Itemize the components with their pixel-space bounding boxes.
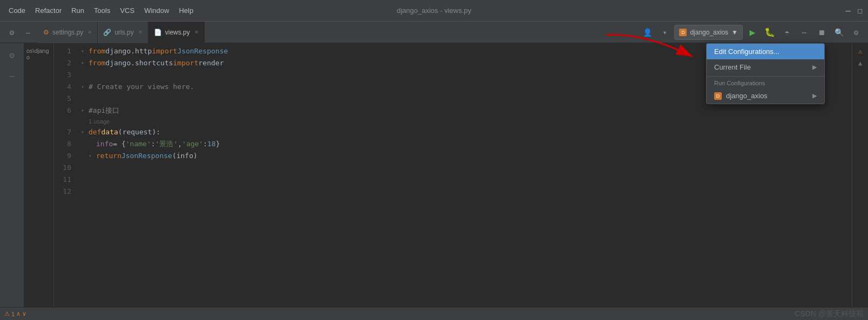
code-line-6: ▾ #api接口 — [81, 105, 852, 117]
line-num-6: 6 — [54, 105, 71, 117]
line-num-10: 10 — [54, 162, 71, 174]
menu-window[interactable]: Window — [140, 4, 173, 17]
line-num-5: 5 — [54, 93, 71, 105]
tab-settings-label: settings.py — [52, 29, 83, 36]
line-num-4: 4 — [54, 81, 71, 93]
tabs-bar: ⚙ settings.py ✕ 🔗 urls.py ✕ 📄 views.py ✕ — [38, 22, 638, 43]
warning-badge: ⚠ 1 ∧ ∨ — [4, 310, 26, 317]
tab-views-label: views.py — [165, 29, 190, 36]
settings-file-icon: ⚙ — [43, 29, 49, 36]
status-right: CSDN @景天科技苑 — [795, 309, 864, 319]
code-line-7: ▾ def data ( request ): — [81, 126, 852, 138]
file-path-label: os\django — [24, 43, 54, 307]
run-button[interactable]: ▶ — [745, 25, 760, 40]
code-line-12 — [81, 186, 852, 198]
current-file-item[interactable]: Current File ▶ — [707, 59, 824, 75]
line-num-12: 12 — [54, 186, 71, 198]
fold-7[interactable]: ▾ — [81, 126, 87, 138]
tab-urls[interactable]: 🔗 urls.py ✕ — [98, 22, 148, 43]
run-config-chevron: ▼ — [731, 29, 738, 36]
window-title: django_axios - views.py — [397, 6, 471, 15]
stop-icon[interactable]: ⏹ — [814, 25, 829, 40]
line-num-7: 7 — [54, 126, 71, 138]
usage-hint: 1 usage — [89, 117, 852, 126]
tab-urls-close[interactable]: ✕ — [138, 29, 143, 35]
toolbar-left: ⚙ — — [4, 25, 36, 40]
run-config-button[interactable]: D django_axios ▼ — [674, 25, 743, 40]
right-sidebar: ⚠ ▲ — [852, 43, 868, 307]
scroll-arrows[interactable]: ∧ ∨ — [16, 310, 26, 317]
run-dropdown-menu: Edit Configurations... Current File ▶ Ru… — [706, 43, 825, 104]
settings-icon[interactable]: ⚙ — [4, 25, 19, 40]
fold-9[interactable]: ▾ — [89, 150, 95, 162]
tab-settings[interactable]: ⚙ settings.py ✕ — [38, 22, 98, 43]
sidebar-gear-icon[interactable]: ⚙ — [2, 45, 22, 65]
tab-views[interactable]: 📄 views.py ✕ — [148, 22, 205, 43]
line-num-2: 2 — [54, 57, 71, 69]
warning-count: 1 — [11, 311, 15, 317]
menu-help[interactable]: Help — [174, 4, 198, 17]
menu-tools[interactable]: Tools — [90, 4, 114, 17]
code-line-8: info = { 'name' : '景浩' , 'age' : 18 } — [81, 138, 852, 150]
more-actions-icon[interactable]: ⋯ — [797, 25, 812, 40]
warning-icon[interactable]: ⚠ — [856, 45, 864, 57]
tab-views-close[interactable]: ✕ — [194, 29, 199, 35]
sidebar-collapse-icon[interactable]: – — [2, 66, 22, 85]
fold-1[interactable]: ▾ — [81, 45, 87, 57]
menu-vcs[interactable]: VCS — [116, 4, 139, 17]
debug-button[interactable]: 🐛 — [762, 25, 777, 40]
line-num-3: 3 — [54, 69, 71, 81]
django-axios-label: django_axios — [726, 92, 768, 100]
code-line-11 — [81, 174, 852, 186]
search-icon[interactable]: 🔍 — [831, 25, 846, 40]
line-num-11: 11 — [54, 174, 71, 186]
scroll-up-icon[interactable]: ▲ — [856, 57, 864, 69]
urls-file-icon: 🔗 — [103, 29, 111, 36]
django-axios-app-icon: D — [714, 92, 722, 100]
settings2-icon[interactable]: ⚙ — [849, 25, 864, 40]
toolbar: ⚙ — ⚙ settings.py ✕ 🔗 urls.py ✕ 📄 views.… — [0, 22, 868, 43]
line-num-9: 9 — [54, 150, 71, 162]
edit-configurations-item[interactable]: Edit Configurations... — [707, 44, 824, 59]
user-dropdown-icon[interactable]: ▾ — [657, 25, 672, 40]
warning-icon-status: ⚠ — [4, 310, 10, 317]
fold-2[interactable]: ▾ — [81, 57, 87, 69]
menu-code[interactable]: Code — [4, 4, 30, 17]
code-line-10 — [81, 162, 852, 174]
user-icon[interactable]: 👤 — [640, 25, 655, 40]
csdn-watermark: CSDN @景天科技苑 — [795, 309, 864, 319]
django-axios-item-inner: D django_axios — [714, 92, 768, 100]
run-config-app-icon: D — [679, 29, 687, 36]
views-file-icon: 📄 — [154, 29, 162, 36]
tab-settings-close[interactable]: ✕ — [87, 29, 92, 35]
line-num-1: 1 — [54, 45, 71, 57]
menu-run[interactable]: Run — [67, 4, 89, 17]
left-sidebar: ⚙ – — [0, 43, 24, 307]
line-numbers: 1 2 3 4 5 6 7 8 9 10 11 12 — [54, 43, 76, 198]
collapse-icon[interactable]: — — [21, 25, 36, 40]
fold-4[interactable]: ▾ — [81, 81, 87, 93]
code-line-9: ▾ return JsonResponse (info) — [81, 150, 852, 162]
line-num-8: 8 — [54, 138, 71, 150]
status-bar: ⚠ 1 ∧ ∨ CSDN @景天科技苑 — [0, 307, 868, 320]
minimize-button[interactable]: — — [844, 7, 852, 15]
run-config-label: django_axios — [690, 29, 728, 36]
tab-urls-label: urls.py — [114, 29, 133, 36]
current-file-label: Current File — [714, 63, 751, 71]
maximize-button[interactable]: ☐ — [856, 7, 864, 15]
fold-6[interactable]: ▾ — [81, 105, 87, 117]
toolbar-right: 👤 ▾ D django_axios ▼ ▶ 🐛 ☂ ⋯ ⏹ 🔍 ⚙ — [640, 25, 864, 40]
current-file-chevron: ▶ — [812, 64, 817, 71]
window-controls: — ☐ — [844, 7, 864, 15]
coverage-icon[interactable]: ☂ — [779, 25, 795, 40]
run-configurations-label: Run Configurations — [707, 76, 824, 88]
title-bar: Code Refactor Run Tools VCS Window Help … — [0, 0, 868, 22]
django-axios-item[interactable]: D django_axios ▶ — [707, 88, 824, 104]
menu-refactor[interactable]: Refactor — [31, 4, 66, 17]
django-axios-chevron: ▶ — [812, 92, 817, 99]
